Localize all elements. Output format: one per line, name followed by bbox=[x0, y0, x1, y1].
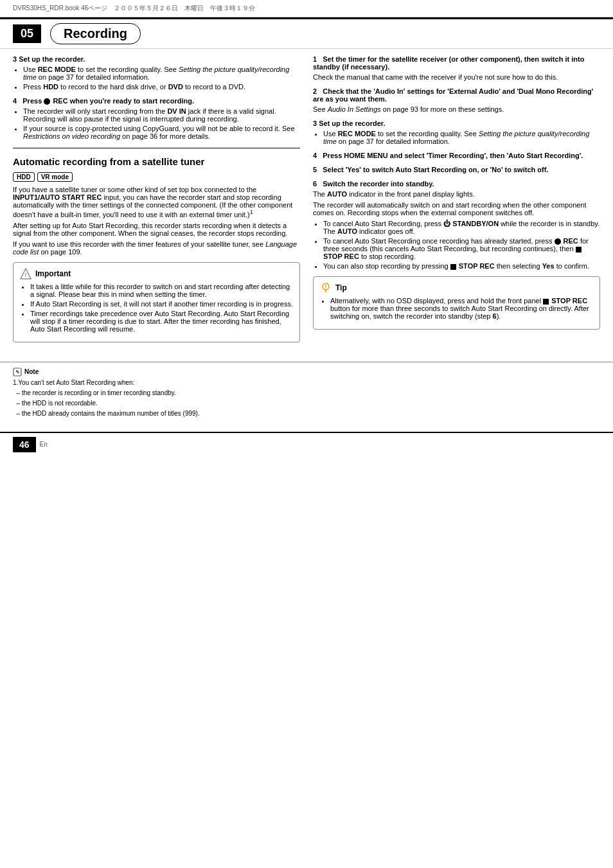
list-item: Press HDD to record to the hard disk dri… bbox=[23, 83, 300, 91]
right-step4-title: 4 Press HOME MENU and select 'Timer Reco… bbox=[313, 152, 600, 159]
footnote-item2: – the HDD is not recordable. bbox=[13, 400, 600, 407]
right-step2-title: 2 Check that the 'Audio In' settings for… bbox=[313, 87, 600, 103]
left-step4: 4 Press REC when you're ready to start r… bbox=[13, 97, 300, 140]
stop-square-icon2 bbox=[450, 264, 456, 270]
list-item: You can also stop recording by pressing … bbox=[323, 262, 600, 270]
page-lang: En bbox=[40, 441, 48, 448]
stop-square-icon3 bbox=[543, 299, 549, 305]
important-bullets: It takes a little while for this recorde… bbox=[30, 283, 293, 333]
section-para3: If you want to use this recorder with th… bbox=[13, 240, 300, 256]
note-area: ✎ Note 1.You can't set Auto Start Record… bbox=[0, 362, 613, 425]
page-footer: 46 En bbox=[0, 432, 613, 456]
list-item: To cancel Auto Start Recording once reco… bbox=[323, 237, 600, 260]
left-step4-bullets: The recorder will only start recording f… bbox=[23, 107, 300, 140]
list-item: If Auto Start Recording is set, it will … bbox=[30, 300, 293, 308]
footnote1: 1.You can't set Auto Start Recording whe… bbox=[13, 379, 600, 386]
footnote-item3: – the HDD already contains the maximum n… bbox=[13, 410, 600, 417]
left-step3-title: 3 Set up the recorder. bbox=[13, 55, 300, 63]
rec-circle-icon bbox=[44, 98, 50, 105]
note-header: ✎ Note bbox=[13, 368, 600, 376]
svg-text:!: ! bbox=[25, 272, 27, 278]
right-step6-para1: The AUTO indicator in the front panel di… bbox=[313, 190, 600, 198]
right-column: 1 Set the timer for the satellite receiv… bbox=[313, 55, 600, 349]
right-step5-title: 5 Select 'Yes' to switch Auto Start Reco… bbox=[313, 166, 600, 173]
section-intro: If you have a satellite tuner or some ot… bbox=[13, 186, 300, 218]
right-step6-para2: The recorder will automatically switch o… bbox=[313, 201, 600, 217]
tip-header: i Tip bbox=[320, 282, 593, 294]
left-step3: 3 Set up the recorder. Use REC MODE to s… bbox=[13, 55, 300, 91]
vr-mode-badge: VR mode bbox=[37, 172, 73, 182]
list-item: Alternatively, with no OSD displayed, pr… bbox=[330, 297, 593, 320]
list-item: It takes a little while for this recorde… bbox=[30, 283, 293, 298]
section-para2: After setting up for Auto Start Recordin… bbox=[13, 222, 300, 237]
right-step1-title: 1 Set the timer for the satellite receiv… bbox=[313, 55, 600, 71]
stop-square-icon bbox=[576, 247, 582, 252]
section-divider bbox=[13, 148, 300, 148]
right-step6-title: 6 Switch the recorder into standby. bbox=[313, 180, 600, 188]
tip-bullets: Alternatively, with no OSD displayed, pr… bbox=[330, 297, 593, 320]
important-icon: ! bbox=[20, 268, 31, 279]
content-area: 3 Set up the recorder. Use REC MODE to s… bbox=[0, 49, 613, 355]
svg-text:i: i bbox=[325, 284, 326, 290]
list-item: To cancel Auto Start Recording, press ⏻ … bbox=[323, 220, 600, 235]
right-step5: 5 Select 'Yes' to switch Auto Start Reco… bbox=[313, 166, 600, 173]
right-step2-para: See Audio In Settings on page 93 for mor… bbox=[313, 105, 600, 113]
footnote-item1: – the recorder is recording or in timer … bbox=[13, 389, 600, 396]
meta-bar: DVR530HS_RDR.book 46ページ ２００５年５月２６日 木曜日 午… bbox=[0, 0, 613, 17]
list-item: The recorder will only start recording f… bbox=[23, 107, 300, 123]
page-number: 46 bbox=[13, 437, 36, 452]
note-icon: ✎ bbox=[13, 368, 22, 376]
page: DVR530HS_RDR.book 46ページ ２００５年５月２６日 木曜日 午… bbox=[0, 0, 613, 868]
list-item: If your source is copy-protected using C… bbox=[23, 125, 300, 140]
left-column: 3 Set up the recorder. Use REC MODE to s… bbox=[13, 55, 300, 349]
right-step3: 3 Set up the recorder. Use REC MODE to s… bbox=[313, 120, 600, 145]
rec-circle-icon2 bbox=[555, 238, 561, 245]
left-step3-bullets: Use REC MODE to set the recording qualit… bbox=[23, 66, 300, 91]
right-step3-bullets: Use REC MODE to set the recording qualit… bbox=[323, 130, 600, 145]
chapter-number: 05 bbox=[13, 24, 41, 43]
important-box: ! Important It takes a little while for … bbox=[13, 262, 300, 342]
right-step3-title: 3 Set up the recorder. bbox=[313, 120, 600, 127]
list-item: Use REC MODE to set the recording qualit… bbox=[323, 130, 600, 145]
tip-icon: i bbox=[320, 282, 332, 294]
left-step4-title: 4 Press REC when you're ready to start r… bbox=[13, 97, 300, 105]
chapter-title: Recording bbox=[50, 23, 141, 44]
badges: HDD VR mode bbox=[13, 172, 73, 182]
right-step6: 6 Switch the recorder into standby. The … bbox=[313, 180, 600, 270]
list-item: Timer recordings take precedence over Au… bbox=[30, 310, 293, 333]
right-step4: 4 Press HOME MENU and select 'Timer Reco… bbox=[313, 152, 600, 159]
right-step2: 2 Check that the 'Audio In' settings for… bbox=[313, 87, 600, 113]
section-title: Automatic recording from a satellite tun… bbox=[13, 156, 300, 167]
meta-text: DVR530HS_RDR.book 46ページ ２００５年５月２６日 木曜日 午… bbox=[13, 4, 255, 12]
right-step6-bullets: To cancel Auto Start Recording, press ⏻ … bbox=[323, 220, 600, 270]
tip-box: i Tip Alternatively, with no OSD display… bbox=[313, 276, 600, 330]
chapter-header: 05 Recording bbox=[0, 17, 613, 49]
list-item: Use REC MODE to set the recording qualit… bbox=[23, 66, 300, 81]
important-header: ! Important bbox=[20, 268, 293, 279]
svg-text:✎: ✎ bbox=[15, 369, 20, 375]
hdd-badge: HDD bbox=[13, 172, 35, 182]
right-step1: 1 Set the timer for the satellite receiv… bbox=[313, 55, 600, 81]
right-step1-para: Check the manual that came with the rece… bbox=[313, 73, 600, 81]
